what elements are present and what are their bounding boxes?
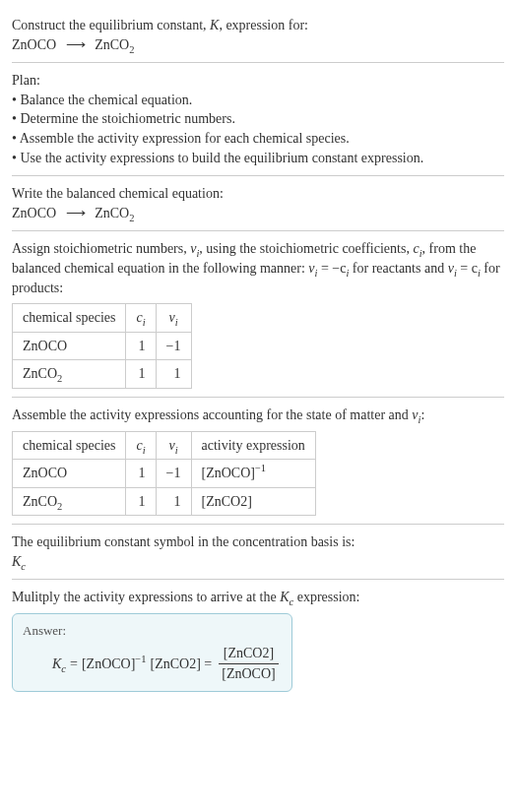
kc-symbol: Kc (12, 552, 504, 572)
denominator: [ZnOCO] (219, 664, 278, 684)
balanced-equation: ZnOCO ⟶ ZnCO2 (12, 204, 504, 223)
table-row: ZnCO2 1 1 [ZnCO2] (13, 487, 316, 516)
eq-rhs: ZnCO2 (95, 37, 134, 52)
cell-ci: 1 (126, 460, 156, 488)
cell-species: ZnOCO (13, 332, 126, 360)
multiply-title: Mulitply the activity expressions to arr… (12, 588, 504, 607)
stoich-table: chemical species ci νi ZnOCO 1 −1 ZnCO2 … (12, 303, 192, 389)
intro-section: Construct the equilibrium constant, K, e… (12, 8, 504, 63)
kc-expression: Kc = [ZnOCO]−1 [ZnCO2] = [ZnCO2] [ZnOCO] (23, 644, 282, 683)
eq-lhs: ZnOCO (12, 206, 56, 220)
numerator: [ZnCO2] (219, 644, 278, 664)
plan-bullet: • Assemble the activity expression for e… (12, 129, 504, 149)
subscript: 2 (129, 213, 134, 223)
subscript: 2 (129, 43, 134, 54)
plan-section: Plan: • Balance the chemical equation. •… (12, 63, 504, 176)
eq-lhs: ZnOCO (12, 37, 56, 52)
cell-species: ZnCO2 (13, 487, 126, 516)
arrow-icon: ⟶ (66, 204, 86, 223)
activity-table: chemical species ci νi activity expressi… (12, 431, 316, 517)
table-row: ZnCO2 1 1 (13, 360, 192, 389)
activity-section: Assemble the activity expressions accoun… (12, 398, 504, 525)
plan-title: Plan: (12, 71, 504, 91)
col-species: chemical species (13, 304, 126, 333)
k-symbol: K (210, 18, 219, 32)
table-header-row: chemical species ci νi activity expressi… (13, 431, 316, 460)
cell-vi: 1 (156, 360, 191, 389)
col-species: chemical species (13, 431, 126, 460)
answer-box: Answer: Kc = [ZnOCO]−1 [ZnCO2] = [ZnCO2]… (12, 613, 292, 692)
balanced-title: Write the balanced chemical equation: (12, 184, 504, 204)
col-ci: ci (126, 304, 156, 333)
stoich-intro: Assign stoichiometric numbers, νi, using… (12, 239, 504, 297)
answer-section: Mulitply the activity expressions to arr… (12, 580, 504, 692)
table-row: ZnOCO 1 −1 [ZnOCO]−1 (13, 460, 316, 488)
plan-bullet: • Use the activity expressions to build … (12, 149, 504, 168)
kc-symbol-section: The equilibrium constant symbol in the c… (12, 525, 504, 580)
term1: [ZnOCO]−1 (82, 655, 147, 674)
kc: Kc (52, 655, 66, 674)
intro-line1b: , expression for: (219, 18, 308, 32)
equals: = (70, 655, 78, 674)
fraction: [ZnCO2] [ZnOCO] (219, 644, 278, 683)
cell-ci: 1 (126, 487, 156, 516)
col-activity: activity expression (191, 431, 315, 460)
cell-ci: 1 (126, 360, 156, 389)
plan-bullet: • Determine the stoichiometric numbers. (12, 109, 504, 129)
col-ci: ci (126, 431, 156, 460)
term2: [ZnCO2] = (151, 655, 213, 674)
arrow-icon: ⟶ (66, 35, 86, 55)
stoich-section: Assign stoichiometric numbers, νi, using… (12, 231, 504, 398)
cell-activity: [ZnOCO]−1 (191, 460, 315, 488)
table-header-row: chemical species ci νi (13, 304, 192, 333)
plan-bullet: • Balance the chemical equation. (12, 91, 504, 110)
balanced-section: Write the balanced chemical equation: Zn… (12, 176, 504, 231)
col-vi: νi (156, 431, 191, 460)
answer-label: Answer: (23, 622, 282, 640)
activity-title: Assemble the activity expressions accoun… (12, 406, 504, 425)
kc-symbol-title: The equilibrium constant symbol in the c… (12, 532, 504, 552)
table-row: ZnOCO 1 −1 (13, 332, 192, 360)
cell-activity: [ZnCO2] (191, 487, 315, 516)
intro-line1: Construct the equilibrium constant, (12, 18, 210, 32)
cell-species: ZnCO2 (13, 360, 126, 389)
cell-vi: 1 (156, 487, 191, 516)
cell-species: ZnOCO (13, 460, 126, 488)
eq-rhs: ZnCO2 (95, 206, 134, 220)
cell-ci: 1 (126, 332, 156, 360)
col-vi: νi (156, 304, 191, 333)
cell-vi: −1 (156, 332, 191, 360)
cell-vi: −1 (156, 460, 191, 488)
intro-equation: ZnOCO ⟶ ZnCO2 (12, 35, 504, 55)
intro-text: Construct the equilibrium constant, K, e… (12, 16, 504, 35)
